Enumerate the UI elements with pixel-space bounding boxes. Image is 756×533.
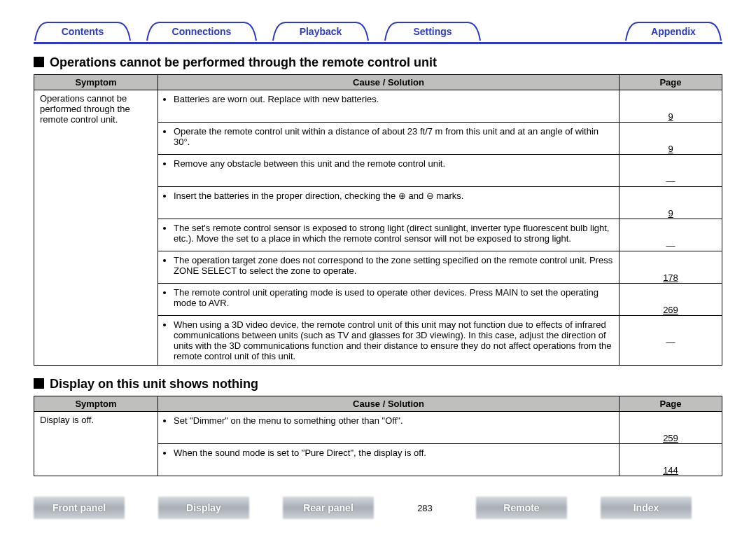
cause-cell: Insert the batteries in the proper direc… (158, 187, 620, 219)
bottom-item-index[interactable]: Index (601, 497, 692, 519)
page-number: 283 (407, 503, 442, 513)
th-cause: Cause / Solution (158, 396, 620, 412)
bottom-nav: Front panel Display Rear panel 283 Remot… (34, 497, 722, 519)
cause-text: When the sound mode is set to "Pure Dire… (174, 448, 613, 458)
page-cell[interactable]: 9 (620, 90, 722, 123)
cause-text: Batteries are worn out. Replace with new… (174, 94, 613, 104)
cause-text: Set "Dimmer" on the menu to something ot… (174, 415, 613, 426)
square-icon (34, 57, 44, 67)
th-symptom: Symptom (34, 396, 158, 412)
square-icon (34, 378, 44, 389)
page-cell[interactable]: 259 (620, 412, 722, 444)
cause-cell: Operate the remote control unit within a… (158, 123, 620, 155)
bottom-item-front-panel[interactable]: Front panel (34, 497, 125, 519)
bottom-item-remote[interactable]: Remote (476, 497, 567, 519)
page-cell: — (620, 219, 722, 251)
bottom-label: Rear panel (283, 497, 374, 519)
tab-appendix[interactable]: Appendix (624, 21, 722, 42)
th-page: Page (620, 396, 722, 412)
cause-cell: When the sound mode is set to "Pure Dire… (158, 444, 620, 476)
section-heading-remote: Operations cannot be performed through t… (34, 55, 722, 70)
page-cell: — (620, 316, 722, 366)
tab-contents[interactable]: Contents (34, 21, 132, 42)
symptom-cell: Operations cannot be performed through t… (34, 90, 158, 366)
cause-cell: Batteries are worn out. Replace with new… (158, 90, 620, 123)
section-heading-display: Display on this unit shows nothing (34, 377, 722, 392)
bottom-label: Remote (476, 497, 567, 519)
cause-text: The remote control unit operating mode i… (174, 287, 613, 308)
cause-text: The set's remote control sensor is expos… (174, 223, 613, 244)
cause-text: Remove any obstacle between this unit an… (174, 158, 613, 169)
cause-text: Operate the remote control unit within a… (174, 126, 613, 147)
troubleshoot-table-display: Symptom Cause / Solution Page Display is… (34, 396, 722, 476)
bottom-item-rear-panel[interactable]: Rear panel (283, 497, 374, 519)
bottom-label: Display (158, 497, 249, 519)
page-cell[interactable]: 269 (620, 284, 722, 316)
cause-cell: The set's remote control sensor is expos… (158, 219, 620, 251)
page-cell[interactable]: 9 (620, 187, 722, 219)
bottom-item-display[interactable]: Display (158, 497, 249, 519)
th-page: Page (620, 75, 722, 90)
tab-connections[interactable]: Connections (146, 21, 258, 42)
bottom-label: Index (601, 497, 692, 519)
symptom-cell: Display is off. (34, 412, 158, 476)
cause-text: Insert the batteries in the proper direc… (174, 191, 613, 201)
tab-playback[interactable]: Playback (272, 21, 370, 42)
top-nav-bar: Contents Connections Playback Settings A… (34, 21, 722, 44)
cause-cell: When using a 3D video device, the remote… (158, 316, 620, 366)
page-cell[interactable]: 178 (620, 251, 722, 284)
cause-cell: Set "Dimmer" on the menu to something ot… (158, 412, 620, 444)
cause-cell: The operation target zone does not corre… (158, 251, 620, 284)
section-title: Display on this unit shows nothing (50, 377, 258, 391)
th-cause: Cause / Solution (158, 75, 620, 90)
bottom-label: Front panel (34, 497, 125, 519)
troubleshoot-table-remote: Symptom Cause / Solution Page Operations… (34, 74, 722, 366)
cause-text: The operation target zone does not corre… (174, 255, 613, 276)
section-title: Operations cannot be performed through t… (50, 55, 437, 69)
page-cell[interactable]: 9 (620, 123, 722, 155)
cause-text: When using a 3D video device, the remote… (174, 319, 613, 361)
cause-cell: Remove any obstacle between this unit an… (158, 155, 620, 187)
page-cell[interactable]: 144 (620, 444, 722, 476)
cause-cell: The remote control unit operating mode i… (158, 284, 620, 316)
tab-settings[interactable]: Settings (384, 21, 482, 42)
th-symptom: Symptom (34, 75, 158, 90)
page-cell: — (620, 155, 722, 187)
